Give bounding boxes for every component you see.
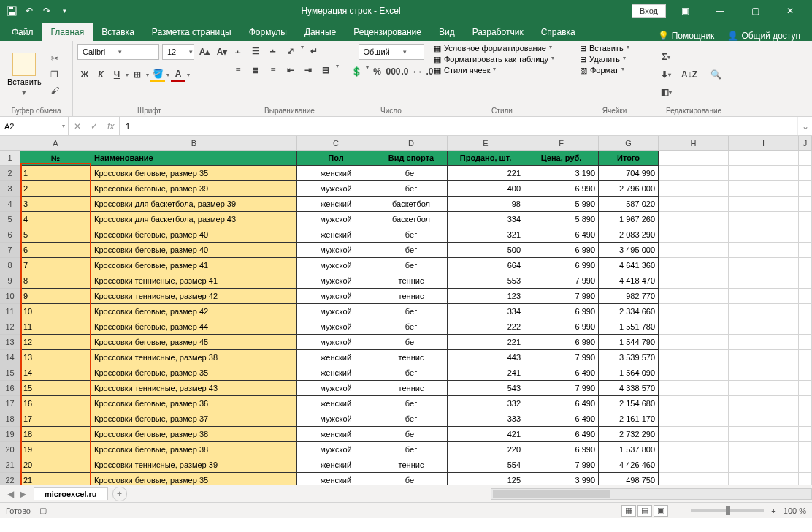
cell[interactable] <box>659 411 729 427</box>
cell[interactable]: мужской <box>297 289 375 304</box>
cell[interactable]: Вид спорта <box>375 151 448 166</box>
cell[interactable]: 98 <box>448 197 524 212</box>
row-header[interactable]: 3 <box>0 181 20 197</box>
cell[interactable]: бег <box>375 227 448 243</box>
cell[interactable]: 222 <box>448 319 524 335</box>
cell[interactable]: Кроссовки беговые, размер 36 <box>91 396 297 411</box>
cell[interactable] <box>659 319 729 335</box>
percent-icon[interactable]: % <box>370 64 385 79</box>
cell[interactable]: Кроссовки теннисные, размер 42 <box>91 289 297 304</box>
macro-record-icon[interactable]: ▢ <box>39 506 47 515</box>
qat-customize-icon[interactable]: ▾ <box>58 5 70 17</box>
cell[interactable] <box>659 151 729 166</box>
cell[interactable]: Кроссовки беговые, размер 35 <box>91 365 297 381</box>
cell[interactable] <box>729 197 799 212</box>
col-header-a[interactable]: A <box>20 136 91 151</box>
cell[interactable]: Кроссовки беговые, размер 35 <box>91 473 297 484</box>
cell[interactable]: теннис <box>375 457 448 473</box>
cell[interactable]: 554 <box>448 457 524 473</box>
cell[interactable] <box>659 212 729 227</box>
cell-styles-button[interactable]: ▦Стили ячеек ▾ <box>434 66 496 75</box>
tab-home[interactable]: Главная <box>42 23 93 41</box>
row-header[interactable]: 13 <box>0 335 20 350</box>
sheet-tab[interactable]: microexcel.ru <box>34 487 108 500</box>
cell[interactable] <box>659 350 729 365</box>
zoom-out-button[interactable]: — <box>675 506 683 515</box>
cell[interactable]: 9 <box>20 289 91 304</box>
align-left-icon[interactable]: ≡ <box>231 63 245 77</box>
cell[interactable]: 1 551 780 <box>599 319 659 335</box>
paste-button[interactable]: Вставить▾ <box>4 51 45 99</box>
cell[interactable]: 7 990 <box>524 381 599 396</box>
wrap-text-icon[interactable]: ↵ <box>307 44 321 58</box>
cell[interactable] <box>799 273 812 289</box>
cell[interactable]: Кроссовки беговые, размер 40 <box>91 243 297 258</box>
cell[interactable]: Кроссовки беговые, размер 44 <box>91 319 297 335</box>
row-header[interactable]: 10 <box>0 289 20 304</box>
cell[interactable]: 1 967 260 <box>599 212 659 227</box>
tab-formulas[interactable]: Формулы <box>240 23 296 41</box>
cell[interactable]: теннис <box>375 381 448 396</box>
cell[interactable]: 6 490 <box>524 427 599 442</box>
cell[interactable]: Кроссовки теннисные, размер 38 <box>91 350 297 365</box>
cell[interactable]: 10 <box>20 304 91 319</box>
cell[interactable]: 17 <box>20 411 91 427</box>
cell[interactable] <box>799 181 812 197</box>
expand-formula-bar-icon[interactable]: ⌄ <box>797 117 812 135</box>
cell[interactable] <box>799 396 812 411</box>
currency-icon[interactable]: 💲 <box>350 64 364 79</box>
cell[interactable]: 5 <box>20 227 91 243</box>
cell[interactable]: Кроссовки для баскетбола, размер 39 <box>91 197 297 212</box>
cell[interactable]: теннис <box>375 350 448 365</box>
cell[interactable] <box>799 319 812 335</box>
align-bottom-icon[interactable]: ⫨ <box>266 44 280 58</box>
cell[interactable] <box>729 335 799 350</box>
row-header[interactable]: 6 <box>0 227 20 243</box>
tab-view[interactable]: Вид <box>430 23 464 41</box>
cell[interactable]: 704 990 <box>599 166 659 181</box>
cell[interactable] <box>799 289 812 304</box>
cell[interactable] <box>799 258 812 273</box>
cell[interactable]: 7 990 <box>524 273 599 289</box>
cut-icon[interactable]: ✂ <box>47 52 62 65</box>
cell[interactable]: Кроссовки теннисные, размер 39 <box>91 457 297 473</box>
cell[interactable]: бег <box>375 181 448 197</box>
delete-cells-button[interactable]: ⊟Удалить ▾ <box>580 55 626 64</box>
cell[interactable] <box>729 227 799 243</box>
format-painter-icon[interactable]: 🖌 <box>47 84 62 97</box>
fill-color-icon[interactable]: 🪣 <box>150 67 165 82</box>
minimize-button[interactable]: — <box>704 1 736 21</box>
row-header[interactable]: 22 <box>0 473 20 484</box>
cell[interactable]: 7 990 <box>524 289 599 304</box>
row-header[interactable]: 8 <box>0 258 20 273</box>
cell[interactable]: 221 <box>448 166 524 181</box>
cell[interactable]: бег <box>375 258 448 273</box>
cell[interactable]: 18 <box>20 427 91 442</box>
cell[interactable]: 6 990 <box>524 243 599 258</box>
cell[interactable] <box>659 258 729 273</box>
row-header[interactable]: 19 <box>0 427 20 442</box>
cell[interactable]: № <box>20 151 91 166</box>
cell[interactable]: 6 990 <box>524 304 599 319</box>
cell[interactable]: Кроссовки для баскетбола, размер 43 <box>91 212 297 227</box>
row-header[interactable]: 1 <box>0 151 20 166</box>
row-header[interactable]: 17 <box>0 396 20 411</box>
row-header[interactable]: 11 <box>0 304 20 319</box>
cell[interactable]: 3 <box>20 197 91 212</box>
sheet-nav-prev-icon[interactable]: ◀ <box>7 489 14 499</box>
cancel-formula-icon[interactable]: ✕ <box>74 121 81 132</box>
cell[interactable]: 443 <box>448 350 524 365</box>
comma-icon[interactable]: 000 <box>386 64 401 79</box>
conditional-formatting-button[interactable]: ▦Условное форматирование ▾ <box>434 44 552 53</box>
cell[interactable] <box>729 457 799 473</box>
spreadsheet-grid[interactable]: ABCDEFGHIJ 12345678910111213141516171819… <box>0 136 812 484</box>
cell[interactable]: баскетбол <box>375 197 448 212</box>
cell[interactable] <box>729 166 799 181</box>
cell[interactable]: бег <box>375 365 448 381</box>
cell[interactable]: теннис <box>375 273 448 289</box>
cell[interactable]: 1 564 090 <box>599 365 659 381</box>
italic-button[interactable]: К <box>93 67 108 82</box>
col-header-j[interactable]: J <box>799 136 812 151</box>
cell[interactable]: Кроссовки теннисные, размер 43 <box>91 381 297 396</box>
col-header-i[interactable]: I <box>729 136 799 151</box>
